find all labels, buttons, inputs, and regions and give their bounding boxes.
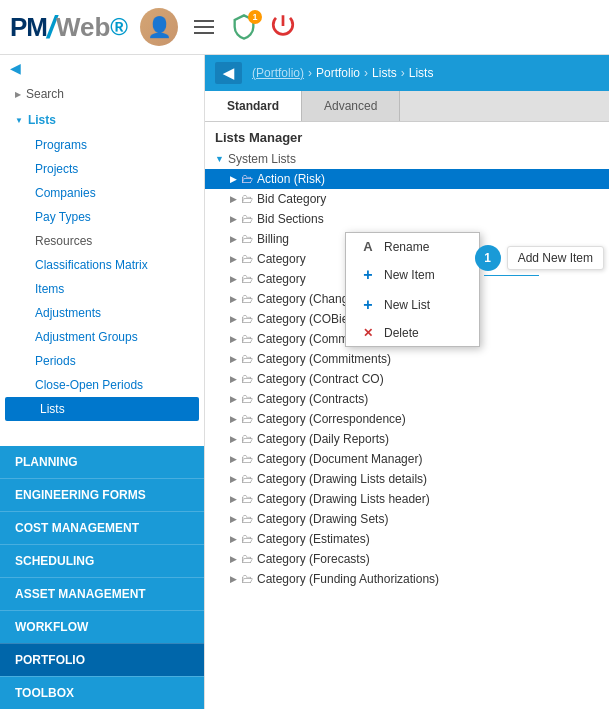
breadcrumb-sep2: › bbox=[364, 66, 368, 80]
lists-label: Lists bbox=[28, 113, 56, 127]
new-item-icon: + bbox=[360, 266, 376, 284]
arrow-connector bbox=[484, 275, 539, 276]
folder-icon: 🗁 bbox=[241, 312, 253, 326]
sidebar-subitem-pay-types[interactable]: Pay Types bbox=[0, 205, 204, 229]
context-menu-new-list[interactable]: + New List bbox=[346, 290, 479, 320]
list-item-contract-co[interactable]: ▶ 🗁 Category (Contract CO) bbox=[205, 369, 609, 389]
expand-icon: ▶ bbox=[230, 514, 237, 524]
item-label: Category (Funding Authorizations) bbox=[257, 572, 439, 586]
item-label: Category bbox=[257, 272, 306, 286]
item-label: Bid Sections bbox=[257, 212, 324, 226]
sidebar-subitem-companies[interactable]: Companies bbox=[0, 181, 204, 205]
context-menu-new-item[interactable]: + New Item bbox=[346, 260, 479, 290]
context-menu: A Rename + New Item + New List ✕ Dele bbox=[345, 232, 480, 347]
sidebar-subitem-items[interactable]: Items bbox=[0, 277, 204, 301]
breadcrumb-sep3: › bbox=[401, 66, 405, 80]
shield-button[interactable]: 1 bbox=[230, 13, 258, 41]
breadcrumb-portfolio: Portfolio bbox=[316, 66, 360, 80]
expand-icon: ▶ bbox=[230, 354, 237, 364]
list-item-drawing-header[interactable]: ▶ 🗁 Category (Drawing Lists header) bbox=[205, 489, 609, 509]
hamburger-button[interactable] bbox=[190, 16, 218, 38]
list-item-drawing-details[interactable]: ▶ 🗁 Category (Drawing Lists details) bbox=[205, 469, 609, 489]
list-item-bid-sections[interactable]: ▶ 🗁 Bid Sections bbox=[205, 209, 609, 229]
sidebar-back[interactable]: ◀ bbox=[0, 55, 204, 81]
expand-icon: ▶ bbox=[230, 234, 237, 244]
breadcrumb-portfolio-link[interactable]: (Portfolio) bbox=[252, 66, 304, 80]
list-item-drawing-sets[interactable]: ▶ 🗁 Category (Drawing Sets) bbox=[205, 509, 609, 529]
list-items-container: ▶ 🗁 Action (Risk) ▶ 🗁 Bid Category ▶ 🗁 B… bbox=[205, 169, 609, 589]
folder-icon: 🗁 bbox=[241, 572, 253, 586]
folder-icon: 🗁 bbox=[241, 272, 253, 286]
item-label: Category (Contract CO) bbox=[257, 372, 384, 386]
sidebar-subitem-adjustments[interactable]: Adjustments bbox=[0, 301, 204, 325]
list-item-commitments[interactable]: ▶ 🗁 Category (Commitments) bbox=[205, 349, 609, 369]
expand-icon: ▶ bbox=[230, 314, 237, 324]
sidebar-subitem-lists-active[interactable]: Lists bbox=[5, 397, 199, 421]
list-item-forecasts[interactable]: ▶ 🗁 Category (Forecasts) bbox=[205, 549, 609, 569]
expand-icon: ▶ bbox=[230, 194, 237, 204]
sidebar-subitem-adjustment-groups[interactable]: Adjustment Groups bbox=[0, 325, 204, 349]
folder-icon: 🗁 bbox=[241, 452, 253, 466]
sidebar-section-engineering[interactable]: ENGINEERING FORMS bbox=[0, 478, 204, 511]
folder-icon: 🗁 bbox=[241, 412, 253, 426]
system-lists-header[interactable]: ▼ System Lists bbox=[205, 149, 609, 169]
power-icon bbox=[270, 13, 296, 39]
list-item-daily-reports[interactable]: ▶ 🗁 Category (Daily Reports) bbox=[205, 429, 609, 449]
folder-icon: 🗁 bbox=[241, 352, 253, 366]
sidebar-subitem-close-open[interactable]: Close-Open Periods bbox=[0, 373, 204, 397]
expand-icon: ▶ bbox=[230, 574, 237, 584]
list-item-contracts[interactable]: ▶ 🗁 Category (Contracts) bbox=[205, 389, 609, 409]
sidebar-section-cost[interactable]: COST MANAGEMENT bbox=[0, 511, 204, 544]
list-item-doc-manager[interactable]: ▶ 🗁 Category (Document Manager) bbox=[205, 449, 609, 469]
avatar[interactable]: 👤 bbox=[140, 8, 178, 46]
item-label: Category (Commitments) bbox=[257, 352, 391, 366]
logo: PM / Web ® bbox=[10, 11, 128, 44]
folder-icon: 🗁 bbox=[241, 392, 253, 406]
folder-icon: 🗁 bbox=[241, 252, 253, 266]
new-list-icon: + bbox=[360, 296, 376, 314]
expand-icon: ▶ bbox=[230, 294, 237, 304]
logo-web: Web bbox=[56, 12, 110, 43]
sidebar-subitem-classifications[interactable]: Classifications Matrix bbox=[0, 253, 204, 277]
list-item-bid-category[interactable]: ▶ 🗁 Bid Category bbox=[205, 189, 609, 209]
sidebar-subitem-projects[interactable]: Projects bbox=[0, 157, 204, 181]
sidebar-section-asset[interactable]: ASSET MANAGEMENT bbox=[0, 577, 204, 610]
expand-arrow-lists: ▼ bbox=[15, 116, 23, 125]
list-item-row[interactable]: ▶ 🗁 Action (Risk) bbox=[205, 169, 609, 189]
shield-badge: 1 bbox=[248, 10, 262, 24]
sidebar-section-portfolio[interactable]: PORTFOLIO bbox=[0, 643, 204, 676]
item-label: Category (Drawing Lists details) bbox=[257, 472, 427, 486]
sidebar-section-planning[interactable]: PLANNING bbox=[0, 446, 204, 478]
list-item-funding[interactable]: ▶ 🗁 Category (Funding Authorizations) bbox=[205, 569, 609, 589]
item-label: Category (Drawing Sets) bbox=[257, 512, 388, 526]
sidebar-item-search[interactable]: ▶ Search bbox=[0, 81, 204, 107]
sidebar-item-lists[interactable]: ▼ Lists bbox=[0, 107, 204, 133]
back-button[interactable]: ◀ bbox=[215, 62, 242, 84]
item-label: Bid Category bbox=[257, 192, 326, 206]
list-item-estimates[interactable]: ▶ 🗁 Category (Estimates) bbox=[205, 529, 609, 549]
tab-standard[interactable]: Standard bbox=[205, 91, 302, 121]
expand-icon: ▶ bbox=[230, 374, 237, 384]
sidebar-subitem-programs[interactable]: Programs bbox=[0, 133, 204, 157]
list-item-correspondence[interactable]: ▶ 🗁 Category (Correspondence) bbox=[205, 409, 609, 429]
expand-arrow-system: ▼ bbox=[215, 154, 224, 164]
context-menu-rename[interactable]: A Rename bbox=[346, 233, 479, 260]
power-button[interactable] bbox=[270, 13, 296, 42]
tooltip-text: Add New Item bbox=[507, 246, 604, 270]
header: PM / Web ® 👤 1 bbox=[0, 0, 609, 55]
context-menu-delete[interactable]: ✕ Delete bbox=[346, 320, 479, 346]
tab-advanced[interactable]: Advanced bbox=[302, 91, 400, 121]
folder-icon: 🗁 bbox=[241, 192, 253, 206]
main-layout: ◀ ▶ Search ▼ Lists Programs Projects Com… bbox=[0, 55, 609, 709]
folder-icon: 🗁 bbox=[241, 292, 253, 306]
sidebar-section-toolbox[interactable]: TOOLBOX bbox=[0, 676, 204, 709]
item-label: Category (Correspondence) bbox=[257, 412, 406, 426]
expand-icon: ▶ bbox=[230, 534, 237, 544]
sidebar-section-scheduling[interactable]: SCHEDULING bbox=[0, 544, 204, 577]
delete-icon: ✕ bbox=[360, 326, 376, 340]
sidebar-subitem-resources[interactable]: Resources bbox=[0, 229, 204, 253]
folder-icon: 🗁 bbox=[241, 472, 253, 486]
sidebar-section-workflow[interactable]: WORKFLOW bbox=[0, 610, 204, 643]
expand-icon: ▶ bbox=[230, 174, 237, 184]
sidebar-subitem-periods[interactable]: Periods bbox=[0, 349, 204, 373]
